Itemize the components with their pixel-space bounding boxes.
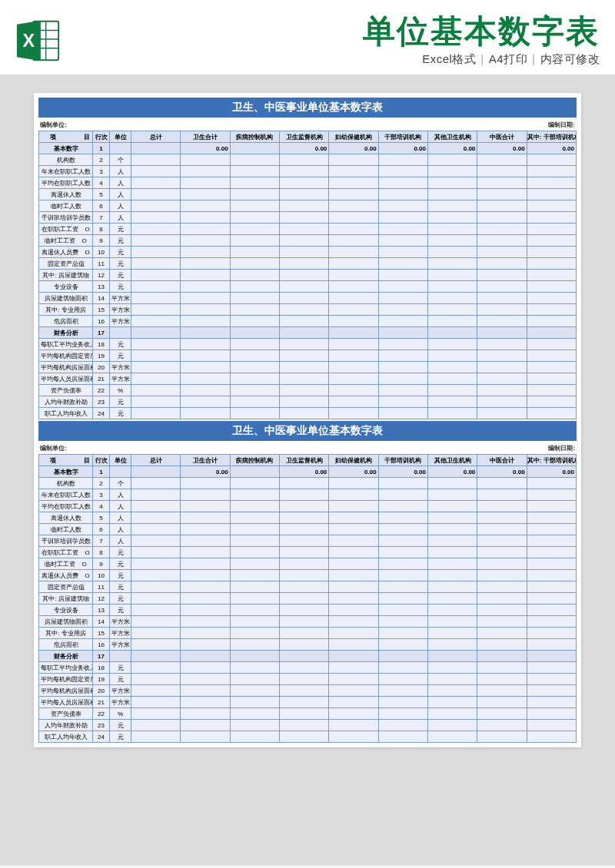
data-cell	[279, 316, 328, 327]
data-cell	[230, 212, 279, 224]
row-num-cell: 19	[93, 674, 110, 685]
document-preview: 卫生、中医事业单位基本数字表 编制单位: 编制日期: 项 目行次单位总计卫生合计…	[0, 75, 615, 866]
table-row: 危房面积16平方米	[39, 639, 577, 651]
item-cell: 平均在职职工人数	[39, 177, 93, 189]
data-cell	[131, 224, 181, 235]
data-cell	[477, 293, 527, 304]
data-cell	[279, 362, 328, 373]
data-cell	[131, 258, 181, 270]
data-cell	[181, 639, 230, 651]
unit-cell: 平方米	[110, 639, 131, 651]
data-cell	[329, 639, 378, 651]
row-num-cell: 24	[93, 731, 110, 743]
item-cell: 平均每机构房屋面积	[39, 362, 93, 373]
data-cell	[181, 316, 230, 327]
data-cell	[477, 501, 527, 512]
item-cell: 机构数	[39, 154, 93, 166]
data-cell	[181, 570, 230, 581]
data-cell	[279, 558, 328, 570]
data-cell	[427, 396, 477, 408]
item-cell: 固定资产总值	[39, 581, 93, 593]
item-cell: 离退休人数	[39, 189, 93, 200]
data-cell: 0.00	[378, 466, 427, 478]
data-cell	[427, 189, 477, 200]
data-cell	[427, 362, 477, 373]
data-cell	[279, 478, 328, 489]
data-cell	[181, 385, 230, 396]
data-cell	[279, 154, 328, 166]
data-cell	[527, 651, 576, 662]
meta-row-2: 编制单位: 编制日期:	[38, 441, 577, 454]
table-row: 机构数2个	[39, 154, 577, 166]
data-cell	[427, 327, 477, 339]
data-cell	[527, 212, 576, 224]
data-cell	[181, 270, 230, 281]
item-cell: 临时工工资 O	[39, 558, 93, 570]
data-cell	[230, 570, 279, 581]
row-num-cell: 12	[93, 270, 110, 281]
data-cell: 0.00	[427, 466, 477, 478]
row-num-cell: 6	[93, 200, 110, 212]
row-num-cell: 9	[93, 558, 110, 570]
data-cell	[230, 651, 279, 662]
data-cell	[329, 697, 378, 708]
item-cell: 每职工平均业务收入	[39, 339, 93, 350]
unit-cell: 平方米	[110, 362, 131, 373]
row-num-cell: 10	[93, 570, 110, 581]
data-cell	[230, 535, 279, 547]
unit-cell: 元	[110, 408, 131, 419]
row-num-cell: 5	[93, 189, 110, 200]
unit-cell	[110, 327, 131, 339]
data-cell	[279, 350, 328, 362]
data-cell	[527, 200, 576, 212]
data-cell	[131, 558, 181, 570]
data-cell	[279, 304, 328, 316]
data-cell	[279, 270, 328, 281]
data-cell	[230, 362, 279, 373]
data-cell	[477, 177, 527, 189]
unit-cell: 人	[110, 189, 131, 200]
meta-left-2: 编制单位:	[40, 444, 67, 452]
data-cell	[427, 224, 477, 235]
unit-cell: 元	[110, 593, 131, 605]
data-cell	[181, 605, 230, 616]
data-cell	[527, 708, 576, 720]
row-num-cell: 22	[93, 385, 110, 396]
data-cell	[477, 512, 527, 524]
data-cell	[131, 651, 181, 662]
table-row: 干训班培训学员数7人	[39, 212, 577, 224]
data-cell	[230, 478, 279, 489]
data-cell	[279, 720, 328, 731]
data-cell	[279, 200, 328, 212]
data-cell	[230, 628, 279, 639]
data-cell: 0.00	[477, 466, 527, 478]
data-cell	[527, 339, 576, 350]
item-cell: 职工人均年收入	[39, 731, 93, 743]
row-num-cell: 4	[93, 501, 110, 512]
data-cell	[427, 489, 477, 501]
data-cell	[279, 281, 328, 293]
table-row: 临时工人数6人	[39, 524, 577, 535]
col-header: 疾病控制机构	[230, 131, 279, 143]
data-cell	[279, 651, 328, 662]
item-cell: 每职工平均业务收入	[39, 662, 93, 674]
unit-cell: 元	[110, 350, 131, 362]
data-cell	[477, 189, 527, 200]
data-cell	[230, 235, 279, 247]
data-cell	[378, 685, 427, 697]
data-cell	[279, 570, 328, 581]
data-cell	[527, 616, 576, 628]
data-cell	[181, 512, 230, 524]
meta-right: 编制日期:	[548, 121, 575, 129]
data-cell	[378, 697, 427, 708]
data-cell	[329, 512, 378, 524]
row-num-cell: 17	[93, 327, 110, 339]
data-cell	[131, 489, 181, 501]
data-cell	[230, 177, 279, 189]
data-cell	[378, 639, 427, 651]
data-cell	[131, 362, 181, 373]
data-cell	[279, 616, 328, 628]
table-title-1: 卫生、中医事业单位基本数字表	[38, 98, 577, 118]
unit-cell: 平方米	[110, 316, 131, 327]
item-cell: 专业设备	[39, 605, 93, 616]
